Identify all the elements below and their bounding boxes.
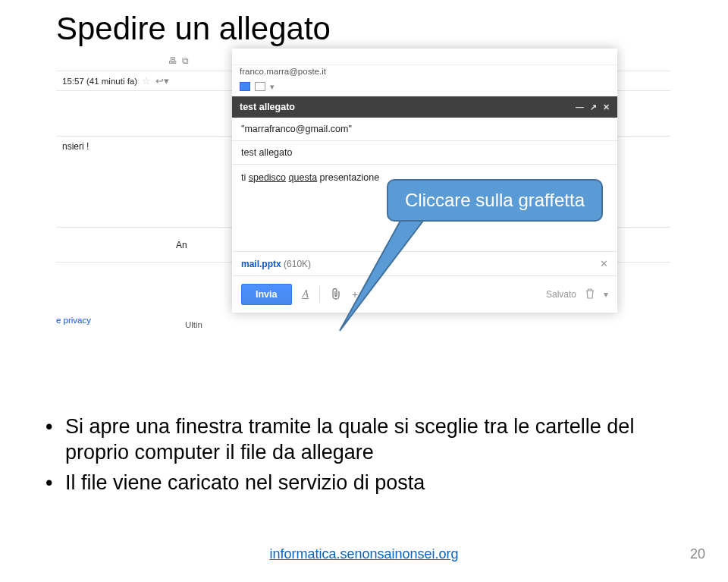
slide-title: Spedire un allegato: [0, 0, 728, 52]
remove-attachment-icon[interactable]: ✕: [600, 258, 608, 269]
dropdown-icon: ▾: [270, 82, 275, 92]
minimize-icon[interactable]: —: [576, 102, 584, 112]
callout-bubble: Cliccare sulla graffetta: [387, 179, 603, 222]
reply-icon: ↩: [155, 75, 164, 87]
footer-link[interactable]: informatica.senonsainonsei.org: [0, 546, 728, 562]
star-icon: ☆: [142, 75, 151, 87]
contact-badge-icon: [240, 82, 250, 91]
close-icon[interactable]: ✕: [603, 102, 610, 112]
separator: [319, 286, 320, 303]
body-under2: questa: [289, 172, 318, 183]
send-button[interactable]: Invia: [241, 284, 292, 305]
bullet-item: Il file viene caricato nel servizio di p…: [46, 470, 682, 496]
compose-footer: Invia A + Salvato ▾: [232, 276, 617, 313]
an-label: An: [176, 240, 187, 250]
bg-ultim: Ultin: [185, 320, 202, 329]
bullet-item: Si apre una finestra tramite la quale si…: [46, 414, 682, 466]
compose-header: test allegato — ↗ ✕: [232, 96, 617, 118]
mail-badge-icon: [255, 82, 265, 91]
body-under1: spedisco: [249, 172, 286, 183]
more-icon: ▾: [164, 75, 169, 87]
page-number: 20: [690, 546, 705, 562]
compose-title: test allegato: [240, 102, 295, 112]
to-field[interactable]: "marrafranco@gmail.com": [232, 118, 617, 141]
bullet-list: Si apre una finestra tramite la quale si…: [46, 414, 682, 500]
attachment-name[interactable]: mail.pptx: [241, 259, 281, 269]
attachment-row: mail.pptx (610K) ✕: [232, 251, 617, 276]
snippet-text: nsieri !: [62, 141, 89, 152]
sender-row: [232, 49, 617, 65]
sender-email: franco.marra@poste.it: [232, 65, 617, 79]
body-prefix: ti: [241, 172, 249, 183]
format-icon[interactable]: A: [303, 288, 309, 300]
popout-icon: ⧉: [182, 56, 189, 66]
more-menu-icon[interactable]: ▾: [604, 289, 608, 300]
saved-label: Salvato: [546, 289, 576, 300]
callout-tail: [334, 219, 425, 332]
svg-marker-0: [340, 221, 423, 331]
sender-badges: ▾: [232, 79, 617, 96]
timestamp: 15:57 (41 minuti fa): [62, 77, 137, 86]
maximize-icon[interactable]: ↗: [590, 102, 597, 112]
attachment-size: (610K): [284, 259, 311, 269]
subject-field[interactable]: test allegato: [232, 141, 617, 165]
body-suffix: presentazione: [317, 172, 379, 183]
print-icon: 🖶: [168, 56, 177, 66]
trash-icon[interactable]: [585, 288, 595, 301]
privacy-link: e privacy: [56, 316, 91, 325]
